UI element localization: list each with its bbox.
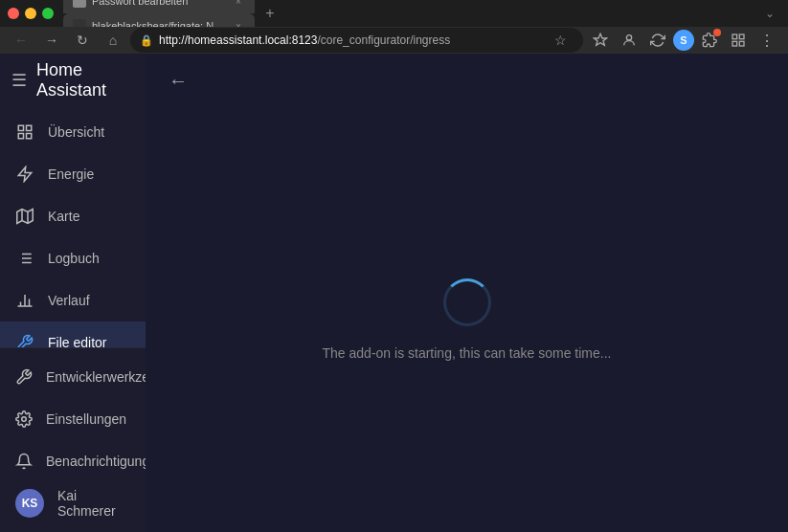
sidebar-item-verlauf[interactable]: Verlauf <box>0 279 146 321</box>
ext-badge <box>713 29 721 36</box>
app: ☰ Home Assistant Übersicht Energie Karte… <box>0 54 788 532</box>
user-avatar: KS <box>15 489 44 518</box>
url-host: http://homeassistant.local:8123 <box>159 33 317 47</box>
svg-point-0 <box>626 35 631 40</box>
window-close[interactable] <box>8 8 19 19</box>
svg-rect-1 <box>732 34 737 39</box>
sidebar-item-label: Übersicht <box>48 124 130 140</box>
sidebar-nav: Übersicht Energie Karte Logbuch Verlauf … <box>0 107 146 347</box>
back-nav-button[interactable]: ← <box>161 63 195 98</box>
window-minimize[interactable] <box>25 8 36 19</box>
sidebar-bottom-benachrichtigungen[interactable]: Benachrichtigungen 1 <box>0 440 146 482</box>
svg-point-32 <box>22 417 27 422</box>
sidebar-item-label: Verlauf <box>48 293 130 308</box>
back-button[interactable]: ← <box>8 27 34 54</box>
sidebar-item-label: Logbuch <box>48 251 130 266</box>
sidebar-bottom-label: Einstellungen <box>46 411 126 427</box>
browser-tab-tab2[interactable]: Passwort bearbeiten × <box>63 0 255 13</box>
reload-button[interactable]: ↻ <box>69 27 96 54</box>
svg-rect-7 <box>18 134 23 139</box>
main-content: ← The add-on is starting, this can take … <box>146 54 788 532</box>
bookmark-icon[interactable]: ☆ <box>547 27 574 54</box>
address-lock-icon: 🔒 <box>140 34 153 47</box>
more-icon[interactable]: ⋮ <box>754 27 780 54</box>
sidebar-item-ubersicht[interactable]: Übersicht <box>0 111 146 153</box>
sync-icon[interactable] <box>644 27 671 54</box>
window-controls <box>8 8 54 19</box>
browser-chrome: File editor – Home Assistant × Passwort … <box>0 0 788 54</box>
sidebar: ☰ Home Assistant Übersicht Energie Karte… <box>0 54 146 532</box>
gear-icon <box>15 410 33 428</box>
user-name: Kai Schmerer <box>57 488 130 519</box>
svg-marker-9 <box>17 210 34 224</box>
home-button[interactable]: ⌂ <box>100 27 126 54</box>
tab-close-button[interactable]: × <box>232 0 245 8</box>
grid-icon <box>15 122 34 142</box>
extensions-icon[interactable] <box>587 27 614 54</box>
svg-rect-3 <box>732 41 737 46</box>
svg-rect-2 <box>739 34 744 39</box>
tab-more-button[interactable]: ⌄ <box>759 7 780 20</box>
sidebar-item-logbuch[interactable]: Logbuch <box>0 237 146 279</box>
content-header: ← <box>146 54 788 107</box>
address-bar[interactable]: 🔒 http://homeassistant.local:8123/core_c… <box>130 28 583 53</box>
nav-bar: ← → ↻ ⌂ 🔒 http://homeassistant.local:812… <box>0 27 788 54</box>
address-url: http://homeassistant.local:8123/core_con… <box>159 33 541 47</box>
account-icon[interactable] <box>616 27 642 54</box>
sidebar-item-file-editor[interactable]: File editor <box>0 321 146 347</box>
window-maximize[interactable] <box>42 8 54 19</box>
app-title: Home Assistant <box>36 60 134 100</box>
hamburger-icon[interactable]: ☰ <box>11 70 27 91</box>
tab-bar: File editor – Home Assistant × Passwort … <box>0 0 788 27</box>
profile-icon[interactable]: S <box>673 30 694 51</box>
sidebar-item-label: Karte <box>48 209 130 224</box>
bar-chart-icon <box>15 291 34 310</box>
sidebar-item-energie[interactable]: Energie <box>0 153 146 195</box>
sidebar-bottom-einstellungen[interactable]: Einstellungen <box>0 398 146 440</box>
map-icon <box>15 207 34 226</box>
sidebar-header[interactable]: ☰ Home Assistant <box>0 54 146 107</box>
tool-icon <box>15 368 33 386</box>
sidebar-bottom: Entwicklerwerkzeuge Einstellungen Benach… <box>0 347 146 532</box>
svg-rect-8 <box>27 134 32 139</box>
sidebar-item-label: Energie <box>48 166 130 182</box>
sidebar-item-karte[interactable]: Karte <box>0 195 146 237</box>
tab-favicon <box>73 0 86 8</box>
svg-rect-5 <box>18 125 23 130</box>
new-tab-button[interactable]: + <box>257 1 283 26</box>
ext-puzzle-icon[interactable] <box>696 27 723 54</box>
wrench-icon <box>15 333 34 347</box>
loading-area: The add-on is starting, this can take so… <box>146 107 788 532</box>
loading-text: The add-on is starting, this can take so… <box>323 345 612 361</box>
grid-icon[interactable] <box>725 27 752 54</box>
bell-icon <box>15 453 33 470</box>
svg-rect-4 <box>739 41 744 46</box>
loading-spinner <box>443 278 491 326</box>
sidebar-bottom-entwicklerwerkzeuge[interactable]: Entwicklerwerkzeuge <box>0 356 146 398</box>
sidebar-bottom-user[interactable]: KS Kai Schmerer <box>0 482 146 524</box>
sidebar-item-label: File editor <box>48 335 130 347</box>
tab-title: Passwort bearbeiten <box>92 0 226 7</box>
list-icon <box>15 249 34 268</box>
svg-rect-6 <box>27 125 32 130</box>
bolt-icon <box>15 165 34 184</box>
url-path: /core_configurator/ingress <box>317 33 450 47</box>
forward-button[interactable]: → <box>38 27 65 54</box>
browser-toolbar-icons: S ⋮ <box>587 27 780 54</box>
